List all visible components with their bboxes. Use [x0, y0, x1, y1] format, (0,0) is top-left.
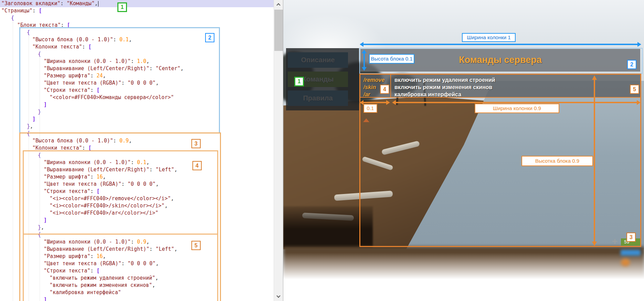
annotation-badge-1-game: 1: [294, 77, 304, 86]
code-line[interactable]: "Высота блока (0.0 - 1.0)": 0.9,: [0, 137, 274, 144]
annotation-badge-3-game: 3: [626, 233, 636, 242]
code-line[interactable]: "Строки текста": [: [0, 188, 274, 195]
blurred-orange-marker: [621, 259, 630, 266]
code-line[interactable]: "<color=#FFC040>Команды сервера</color>": [0, 94, 274, 101]
blurred-blue-marker: [621, 250, 641, 256]
code-line[interactable]: "Строки текста": [: [0, 267, 274, 275]
code-line[interactable]: "Высота блока (0.0 - 1.0)": 0.1,: [0, 36, 274, 43]
code-line[interactable]: },: [0, 123, 274, 130]
code-lines: "Заголовок вкладки": "Команды","Страницы…: [0, 0, 274, 301]
label-column-width-09: Ширина колонки 0.9: [475, 104, 559, 113]
annotation-badge-4: 4: [192, 161, 202, 170]
code-line[interactable]: {: [0, 14, 274, 22]
json-editor[interactable]: "Заголовок вкладки": "Команды","Страницы…: [0, 0, 274, 301]
code-line[interactable]: "Размер шрифта": 16,: [0, 173, 274, 181]
code-line[interactable]: "Цвет тени текста (RGBA)": "0 0 0 0",: [0, 79, 274, 87]
code-line[interactable]: "Строки текста": [: [0, 87, 274, 94]
annotation-badge-2-game: 2: [627, 60, 636, 69]
annotation-badge-5-game: 5: [630, 85, 639, 94]
code-line[interactable]: "включить режим удаления строений",: [0, 275, 274, 282]
label-block-height-01: Высота блока 0.1: [369, 54, 414, 64]
scroll-up-button[interactable]: [274, 0, 283, 9]
text-cursor: [98, 1, 98, 7]
code-line[interactable]: "<i><color=#FFC040>/remove</color></i>",: [0, 195, 274, 202]
code-line[interactable]: "Выравнивание (Left/Center/Right)": "Cen…: [0, 65, 274, 72]
code-line[interactable]: ]: [0, 116, 274, 123]
code-line[interactable]: "Выравнивание (Left/Center/Right)": "Lef…: [0, 166, 274, 173]
code-line[interactable]: {: [0, 152, 274, 159]
scrollbar-thumb[interactable]: [274, 10, 283, 51]
indent-guide: [40, 51, 40, 301]
scroll-down-button[interactable]: [274, 292, 283, 301]
code-line[interactable]: "Заголовок вкладки": "Команды",: [0, 0, 274, 7]
game-screenshot: Описание Команды Правила 1 Команды серве…: [283, 0, 644, 301]
indent-guide: [13, 22, 13, 301]
label-column-width-1: Ширина колонки 1: [462, 33, 516, 42]
screenshot-stage: "Заголовок вкладки": "Команды","Страницы…: [0, 0, 644, 301]
code-line[interactable]: ]: [0, 217, 274, 224]
code-line[interactable]: "<i><color=#FFC040>/ar</color></i>": [0, 209, 274, 217]
code-line[interactable]: "включить режим изменения скинов",: [0, 282, 274, 289]
code-line[interactable]: "Блоки текста": [: [0, 22, 274, 29]
code-line[interactable]: "Страницы": [: [0, 7, 274, 14]
code-line[interactable]: },: [0, 224, 274, 231]
annotation-box-column5-game: [390, 74, 641, 98]
code-line[interactable]: "Цвет тени текста (RGBA)": "0 0 0 0",: [0, 181, 274, 188]
blurred-bottom-strip: [283, 247, 644, 284]
annotation-badge-1: 1: [117, 2, 127, 12]
label-column-width-01: 0.1: [363, 104, 377, 113]
code-line[interactable]: "Ширина колонки (0.0 - 1.0)": 0.9,: [0, 238, 274, 246]
code-line[interactable]: "Ширина колонки (0.0 - 1.0)": 1.0,: [0, 58, 274, 65]
annotation-badge-4-game: 4: [380, 85, 389, 94]
code-line[interactable]: ]: [0, 296, 274, 301]
code-line[interactable]: "Колонки текста": [: [0, 144, 274, 152]
code-line[interactable]: {: [0, 51, 274, 58]
annotation-badge-5: 5: [191, 241, 201, 250]
chevron-down-icon: [276, 294, 280, 298]
arrow-block-height-01: [362, 50, 367, 71]
code-line[interactable]: }: [0, 108, 274, 116]
arrow-column-width-1: [360, 42, 641, 47]
driftwood-log: [302, 213, 354, 221]
code-line[interactable]: {: [0, 29, 274, 36]
vertical-scrollbar[interactable]: [274, 0, 283, 301]
code-line[interactable]: "Размер шрифта": 24,: [0, 72, 274, 79]
indent-guide: [29, 36, 29, 301]
label-block-height-09: Высотка блока 0.9: [521, 156, 593, 166]
code-line[interactable]: "Цвет тени текста (RGBA)": "0 0 0 0",: [0, 260, 274, 267]
white-fade: [283, 253, 644, 301]
code-line[interactable]: "Выравнивание (Left/Center/Right)": "Lef…: [0, 246, 274, 253]
code-line[interactable]: ]: [0, 101, 274, 108]
code-line[interactable]: {: [0, 231, 274, 238]
code-line[interactable]: "Колонки текста": [: [0, 43, 274, 51]
code-line[interactable]: {: [0, 130, 274, 137]
code-line[interactable]: "Ширина колонки (0.0 - 1.0)": 0.1,: [0, 159, 274, 166]
code-line[interactable]: "калибровка интерфейса": [0, 289, 274, 296]
annotation-badge-2: 2: [205, 33, 214, 42]
chevron-up-icon: [276, 3, 280, 7]
annotation-box-block3-game: [359, 74, 641, 247]
code-line[interactable]: "<i><color=#FFC040>/skin</color></i>",: [0, 202, 274, 209]
annotation-badge-3: 3: [191, 139, 201, 148]
code-line[interactable]: "Размер шрифта": 16,: [0, 253, 274, 260]
